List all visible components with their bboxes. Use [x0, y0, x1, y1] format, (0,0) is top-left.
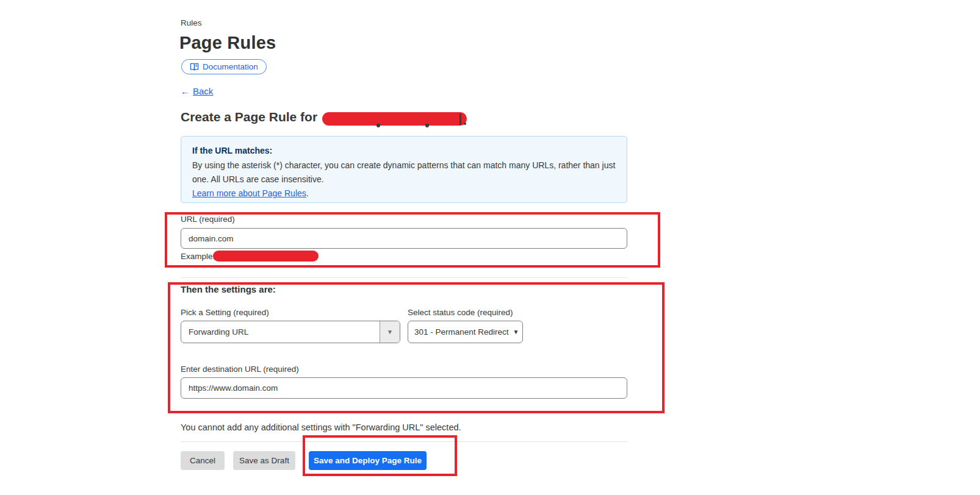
redaction-marker-example — [213, 251, 319, 262]
status-code-dropdown[interactable]: 301 - Permanent Redirect ▼ — [408, 321, 523, 343]
book-icon — [190, 63, 199, 71]
back-link-label: Back — [193, 86, 213, 96]
info-box-heading: If the URL matches: — [192, 144, 616, 158]
destination-url-label: Enter destination URL (required) — [181, 365, 299, 374]
forwarding-url-note: You cannot add any additional settings w… — [181, 422, 461, 432]
save-as-draft-button[interactable]: Save as Draft — [233, 451, 295, 470]
documentation-button[interactable]: Documentation — [181, 59, 267, 74]
settings-section-heading: Then the settings are: — [181, 284, 276, 294]
redacted-text-remnant — [425, 124, 429, 127]
documentation-button-label: Documentation — [203, 62, 258, 71]
url-match-info-box: If the URL matches: By using the asteris… — [181, 136, 627, 203]
pick-setting-label: Pick a Setting (required) — [181, 308, 269, 317]
cancel-button[interactable]: Cancel — [181, 451, 225, 470]
link-suffix: . — [306, 188, 309, 198]
back-arrow-icon: ← — [181, 86, 190, 96]
page-title: Page Rules — [179, 33, 276, 53]
section-divider — [181, 441, 627, 442]
learn-more-link[interactable]: Learn more about Page Rules — [192, 188, 306, 198]
url-field-label: URL (required) — [181, 215, 235, 224]
breadcrumb: Rules — [181, 18, 202, 27]
chevron-down-icon: ▼ — [380, 321, 400, 343]
save-and-deploy-button[interactable]: Save and Deploy Page Rule — [309, 451, 427, 470]
destination-url-input[interactable] — [181, 377, 627, 399]
create-page-rule-title: Create a Page Rule for — [181, 110, 317, 124]
pick-setting-dropdown[interactable]: Forwarding URL ▼ — [181, 321, 400, 343]
redaction-marker-title — [322, 112, 467, 126]
back-link[interactable]: ← Back — [181, 86, 213, 96]
pick-setting-value: Forwarding URL — [181, 327, 380, 337]
form-actions: Cancel Save as Draft Save and Deploy Pag… — [181, 451, 427, 470]
redacted-text-remnant — [464, 123, 466, 125]
status-code-label: Select status code (required) — [408, 308, 513, 317]
section-divider — [181, 277, 627, 278]
status-code-value: 301 - Permanent Redirect — [414, 327, 509, 337]
chevron-down-icon: ▼ — [513, 329, 519, 335]
info-box-body: By using the asterisk (*) character, you… — [192, 158, 616, 187]
page-rules-screen: Rules Page Rules Documentation ← Back Cr… — [0, 0, 980, 495]
redacted-text-remnant — [459, 113, 461, 125]
url-input[interactable] — [181, 228, 627, 249]
redacted-text-remnant — [377, 124, 380, 127]
url-example-label: Example: — [181, 252, 215, 261]
